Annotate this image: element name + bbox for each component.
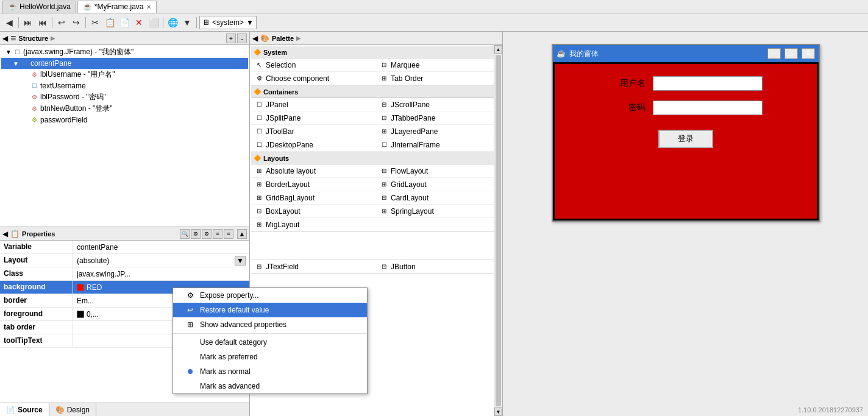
palette-section-layouts[interactable]: 🔶 Layouts: [251, 152, 501, 164]
palette-item-jdesktoppane[interactable]: ☐ JDesktopPane: [251, 138, 376, 152]
tab-close-icon[interactable]: ✕: [146, 4, 151, 10]
structure-subtitle-arrow: ▶: [51, 35, 55, 41]
palette-item-jinternalframe[interactable]: ☐ JInternalFrame: [376, 138, 501, 152]
palette-item-choose-component[interactable]: ⚙ Choose component: [251, 72, 376, 85]
toolbar-globe-btn[interactable]: 🌐: [166, 16, 179, 29]
jtoolbar-icon: ☐: [255, 127, 263, 136]
palette-item-selection[interactable]: ↖ Selection: [251, 58, 376, 72]
tree-item-jframe[interactable]: ▼ ☐ (javax.swing.JFrame) - "我的窗体": [1, 46, 248, 58]
palette-item-jbutton[interactable]: ⊡ JButton: [376, 260, 501, 273]
props-val-class[interactable]: javax.swing.JP...: [73, 267, 249, 280]
props-icon-1[interactable]: 🔍: [180, 229, 190, 239]
jlayeredpane-icon: ⊞: [380, 127, 388, 136]
palette-item-absolute[interactable]: ⊞ Absolute layout: [251, 164, 376, 178]
ctx-show-advanced[interactable]: ⊞ Show advanced properties: [173, 317, 367, 332]
props-icon-2[interactable]: ⚙: [191, 229, 201, 239]
preview-minimize-btn[interactable]: ─: [767, 48, 781, 59]
props-val-variable[interactable]: contentPane: [73, 241, 249, 253]
ctx-expose-property[interactable]: ⚙ Expose property...: [173, 288, 367, 303]
palette-item-jtoolbar[interactable]: ☐ JToolBar: [251, 125, 376, 138]
preview-login-btn[interactable]: 登录: [658, 130, 713, 148]
palette-item-gridlayout[interactable]: ⊞ GridLayout: [376, 178, 501, 191]
toolbar-btn-1[interactable]: ⏭: [21, 16, 35, 29]
preview-username-input[interactable]: [653, 76, 763, 91]
palette-scrollbar[interactable]: ▲ ▼: [494, 45, 502, 416]
jbutton-icon: ⊡: [380, 263, 388, 271]
system-combo[interactable]: 🖥 <system> ▼: [199, 16, 257, 29]
tree-item-btnnewbutton[interactable]: ⚙ btnNewButton - "登录": [1, 103, 248, 115]
palette-scroll-thumb[interactable]: [496, 55, 501, 406]
palette-item-marquee[interactable]: ⊡ Marquee: [376, 58, 501, 72]
tree-item-textusername[interactable]: ☐ textUsername: [1, 80, 248, 91]
structure-add-btn[interactable]: +: [226, 33, 236, 43]
toolbar-cut-btn[interactable]: ✂: [88, 16, 102, 29]
tab-bar: ☕ HelloWorld.java ☕ *MyFrame.java ✕: [0, 0, 868, 13]
palette-item-tab-order[interactable]: ⊞ Tab Order: [376, 72, 501, 85]
palette-scroll-up-btn[interactable]: ▲: [494, 45, 502, 54]
jtextfield-icon: ⊟: [255, 263, 263, 271]
toolbar-globe-arrow-btn[interactable]: ▼: [180, 16, 194, 29]
tab-myframe[interactable]: ☕ *MyFrame.java ✕: [77, 1, 157, 13]
boxlayout-icon: ⊡: [255, 207, 263, 216]
preview-username-row: 用户名: [567, 76, 805, 91]
props-val-layout[interactable]: (absolute) ▼: [73, 254, 249, 267]
tree-item-passwordfield[interactable]: ⚙ passwordField: [1, 115, 248, 125]
structure-minus-btn[interactable]: -: [237, 33, 247, 43]
toolbar-undo-btn[interactable]: ↩: [55, 16, 68, 29]
ctx-mark-advanced[interactable]: Mark as advanced: [173, 379, 367, 393]
toolbar-redo-btn[interactable]: ↪: [69, 16, 83, 29]
preview-password-input[interactable]: [653, 100, 763, 115]
palette-arrow[interactable]: ◀: [252, 34, 258, 43]
ctx-mark-normal[interactable]: Mark as normal: [173, 364, 367, 379]
palette-item-flowlayout[interactable]: ⊟ FlowLayout: [376, 164, 501, 178]
ctx-restore-default[interactable]: ↩ Restore default value: [173, 303, 367, 317]
palette-section-system[interactable]: 🔶 System: [251, 46, 501, 58]
toolbar-delete-btn[interactable]: ✕: [132, 16, 146, 29]
preview-maximize-btn[interactable]: □: [784, 48, 798, 59]
preview-btn-row: 登录: [567, 130, 805, 148]
preview-close-btn[interactable]: ✕: [802, 48, 815, 59]
palette-item-cardlayout[interactable]: ⊟ CardLayout: [376, 191, 501, 205]
tree-item-lblpassword[interactable]: ⚙ lblPassword - "密码": [1, 91, 248, 103]
toolbar-btn-square[interactable]: ⬜: [147, 16, 160, 29]
palette-item-jtabbedpane[interactable]: ⊡ JTabbedPane: [376, 111, 501, 125]
tree-item-contentpane[interactable]: ▼ ☐ contentPane: [1, 58, 248, 69]
ctx-mark-preferred[interactable]: Mark as preferred: [173, 350, 367, 364]
palette-item-gridbaglayout[interactable]: ⊞ GridBagLayout: [251, 191, 376, 205]
palette-scroll-down-btn[interactable]: ▼: [494, 407, 502, 416]
properties-icon: 📋: [10, 230, 20, 238]
tab-helloworld-icon: ☕: [8, 2, 17, 11]
layout-dropdown-arrow[interactable]: ▼: [235, 256, 246, 266]
palette-section-containers[interactable]: 🔶 Containers: [251, 86, 501, 98]
props-icon-3[interactable]: ⚙: [202, 229, 212, 239]
containers-section-title: Containers: [263, 88, 298, 96]
toolbar-back-btn[interactable]: ◀: [2, 16, 16, 29]
properties-arrow[interactable]: ◀: [2, 230, 8, 238]
props-icon-5[interactable]: ≡: [224, 229, 233, 239]
flowlayout-icon: ⊟: [380, 167, 388, 175]
ctx-use-default-category[interactable]: Use default category: [173, 335, 367, 350]
palette-item-jpanel[interactable]: ☐ JPanel: [251, 98, 376, 111]
palette-item-jlayeredpane[interactable]: ⊞ JLayeredPane: [376, 125, 501, 138]
right-panel: ☕ 我的窗体 ─ □ ✕ 用户名 密码 登录 1.10.0.20: [503, 32, 868, 416]
palette-item-miglayout[interactable]: ⊞ MigLayout: [251, 218, 376, 231]
palette-item-borderlayout[interactable]: ⊞ BorderLayout: [251, 178, 376, 191]
bottom-tab-design[interactable]: 🎨 Design: [49, 403, 96, 416]
palette-item-springlayout[interactable]: ⊞ SpringLayout: [376, 205, 501, 218]
tab-hellowworld[interactable]: ☕ HelloWorld.java: [2, 1, 76, 13]
props-scroll-btn[interactable]: ▲: [237, 229, 247, 239]
toolbar-btn-2[interactable]: ⏮: [36, 16, 49, 29]
structure-arrow[interactable]: ◀: [2, 34, 8, 43]
toolbar-copy-btn[interactable]: 📋: [103, 16, 116, 29]
bottom-tab-source[interactable]: 📄 Source: [0, 403, 49, 416]
palette-item-jscrollpane[interactable]: ⊟ JScrollPane: [376, 98, 501, 111]
palette-item-jsplitpane[interactable]: ☐ JSplitPane: [251, 111, 376, 125]
props-icon-4[interactable]: ≡: [213, 229, 222, 239]
toolbar-paste-btn[interactable]: 📄: [118, 16, 131, 29]
preview-window: ☕ 我的窗体 ─ □ ✕ 用户名 密码 登录: [552, 44, 820, 222]
palette-item-jtextfield[interactable]: ⊟ JTextField: [251, 260, 376, 273]
preview-titlebar: ☕ 我的窗体 ─ □ ✕: [553, 45, 819, 62]
tab-myframe-icon: ☕: [83, 2, 92, 11]
palette-item-boxlayout[interactable]: ⊡ BoxLayout: [251, 205, 376, 218]
tree-item-lblusername[interactable]: ⚙ lblUsername - "用户名": [1, 69, 248, 80]
